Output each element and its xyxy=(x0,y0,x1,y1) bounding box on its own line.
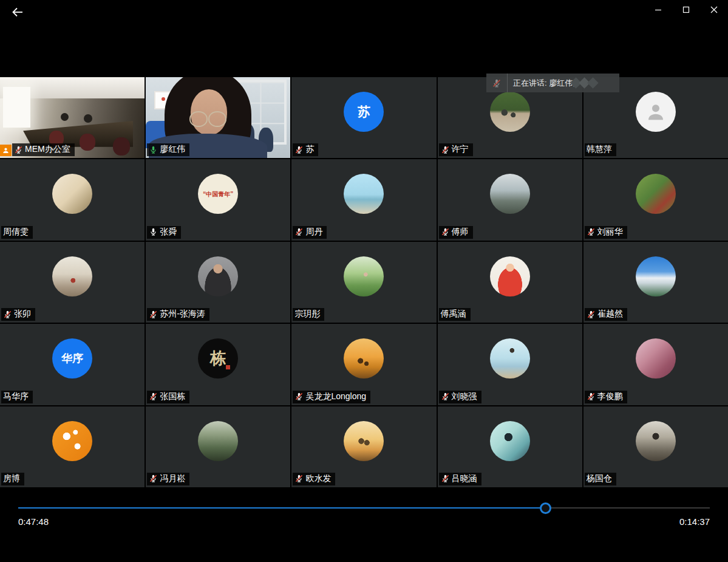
playback-bar: 0:47:48 0:14:37 10 30 xyxy=(0,487,728,562)
avatar: 栋 xyxy=(198,338,238,379)
default-avatar xyxy=(636,92,676,132)
participant-tile: 苏州-张海涛 xyxy=(146,242,290,323)
participant-tile: 栋 张国栋 xyxy=(146,324,290,405)
remaining-time: 0:14:37 xyxy=(679,516,710,527)
avatar xyxy=(636,256,676,296)
participant-name: MEM办公室 xyxy=(25,144,70,155)
minimize-icon xyxy=(654,5,662,14)
participant-nameplate: 房博 xyxy=(1,473,24,485)
participant-tile: 吕晓涵 xyxy=(438,406,582,487)
participant-tile: 宗玥彤 xyxy=(291,242,436,323)
participant-name: 周倩雯 xyxy=(3,227,29,238)
participant-nameplate: 张国栋 xyxy=(147,391,189,403)
avatar: 苏 xyxy=(344,92,384,132)
back-button[interactable] xyxy=(7,2,28,22)
mic-muted-icon xyxy=(441,392,450,401)
participant-nameplate: 张舜 xyxy=(147,226,181,239)
avatar xyxy=(636,174,676,214)
participant-name: 韩慧萍 xyxy=(587,144,612,155)
participant-name: 马华序 xyxy=(3,391,29,402)
participant-tile: 傅师 xyxy=(438,159,582,240)
participant-nameplate: 苏 xyxy=(293,143,318,156)
participant-tile: 周丹 xyxy=(291,159,436,240)
mic-icon xyxy=(149,227,158,236)
avatar xyxy=(52,174,92,214)
participant-nameplate: 傅禹涵 xyxy=(439,308,471,321)
mic-muted-icon xyxy=(294,392,304,401)
mic-muted-icon xyxy=(294,227,304,236)
participant-name: 崔越然 xyxy=(597,309,623,320)
participant-name: 刘丽华 xyxy=(597,227,623,238)
participant-name: 张舜 xyxy=(160,227,177,238)
meeting-logo-diamonds-icon xyxy=(567,77,604,88)
participant-name: 李俊鹏 xyxy=(597,391,623,402)
participant-tile: 吴龙龙Longlong xyxy=(291,324,436,405)
person-silhouette-icon xyxy=(644,100,668,124)
mic-muted-icon xyxy=(441,474,450,483)
participant-name: 傅禹涵 xyxy=(441,309,466,320)
participant-nameplate: 杨国仓 xyxy=(585,473,616,485)
avatar xyxy=(52,256,92,296)
back-arrow-icon xyxy=(10,5,25,19)
participant-nameplate: 傅师 xyxy=(439,226,473,239)
participant-nameplate: 宗玥彤 xyxy=(293,308,324,321)
mic-muted-icon xyxy=(587,392,596,401)
avatar xyxy=(52,421,92,461)
participant-nameplate: 崔越然 xyxy=(585,308,627,321)
avatar xyxy=(344,256,384,296)
participant-name: 刘晓强 xyxy=(452,391,477,402)
avatar xyxy=(198,256,238,296)
participant-tile: 冯月崧 xyxy=(146,406,290,487)
mic-muted-icon xyxy=(587,310,596,319)
video-surface[interactable]: MEM办公室 廖红伟苏 苏 许宁 韩慧萍周倩雯“中国青年” xyxy=(0,77,728,487)
titlebar xyxy=(0,0,728,24)
participant-nameplate: 刘丽华 xyxy=(585,226,627,239)
participant-tile: 刘丽华 xyxy=(583,159,728,240)
participant-name: 张国栋 xyxy=(160,391,185,402)
avatar xyxy=(490,421,530,461)
participant-name: 冯月崧 xyxy=(160,473,185,484)
mic-muted-icon xyxy=(587,227,596,236)
participant-nameplate: 韩慧萍 xyxy=(585,143,616,156)
participant-tile: 刘晓强 xyxy=(438,324,582,405)
participant-tile: 杨国仓 xyxy=(583,406,728,487)
participant-name: 许宁 xyxy=(452,144,469,155)
seek-handle[interactable] xyxy=(540,502,551,514)
participant-nameplate: MEM办公室 xyxy=(12,143,75,156)
participant-nameplate: 吴龙龙Longlong xyxy=(293,391,370,403)
seek-bar[interactable] xyxy=(18,502,710,514)
participant-tile: 傅禹涵 xyxy=(438,242,582,323)
speaking-banner: 正在讲话: 廖红伟; xyxy=(486,74,619,92)
participant-name: 傅师 xyxy=(452,227,469,238)
participant-nameplate: 张卯 xyxy=(1,308,35,321)
participant-tile: 廖红伟 xyxy=(146,77,290,158)
participant-nameplate: 李俊鹏 xyxy=(585,391,627,403)
participant-tile: 周倩雯 xyxy=(0,159,145,240)
participant-tile: 苏 苏 xyxy=(291,77,436,158)
participant-name: 廖红伟 xyxy=(160,144,185,155)
participant-name: 杨国仓 xyxy=(587,473,612,484)
meeting-grid: MEM办公室 廖红伟苏 苏 许宁 韩慧萍周倩雯“中国青年” xyxy=(0,77,728,487)
participant-nameplate: 刘晓强 xyxy=(439,391,481,403)
avatar xyxy=(198,421,238,461)
maximize-button[interactable] xyxy=(672,0,700,19)
participant-name: 吕晓涵 xyxy=(452,473,477,484)
seal-stamp xyxy=(226,365,230,369)
participant-nameplate: 周丹 xyxy=(293,226,327,239)
participant-name: 张卯 xyxy=(14,309,31,320)
avatar xyxy=(344,421,384,461)
close-button[interactable] xyxy=(700,0,728,19)
participant-nameplate: 许宁 xyxy=(439,143,473,156)
participant-name: 苏州-张海涛 xyxy=(160,309,205,320)
avatar xyxy=(344,338,384,379)
speaking-banner-text: 正在讲话: 廖红伟; xyxy=(513,78,575,89)
participant-tile: 张卯 xyxy=(0,242,145,323)
participant-nameplate: 吕晓涵 xyxy=(439,473,481,485)
participant-nameplate: 马华序 xyxy=(1,391,33,403)
minimize-button[interactable] xyxy=(644,0,672,19)
avatar: 华序 xyxy=(52,338,92,379)
maximize-icon xyxy=(682,5,690,14)
mic-muted-icon xyxy=(294,145,304,154)
avatar xyxy=(636,338,676,379)
host-badge-icon xyxy=(0,145,12,156)
